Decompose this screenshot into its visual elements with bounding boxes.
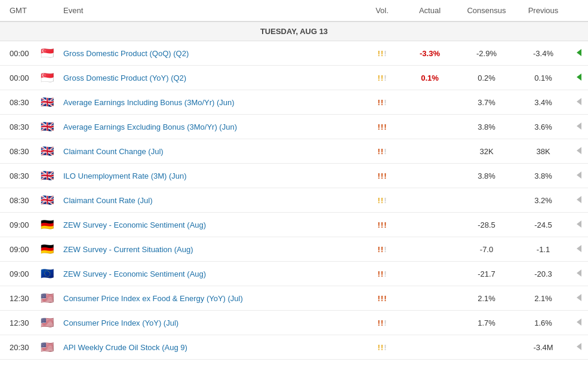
vol-bullet: ! (377, 74, 380, 82)
event-link[interactable]: ZEW Survey - Economic Sentiment (Aug) (63, 220, 206, 229)
vol-bullet: ! (384, 270, 386, 278)
cell-actual (403, 115, 457, 139)
cell-event[interactable]: ZEW Survey - Economic Sentiment (Aug) (59, 262, 361, 286)
cell-actual (403, 90, 457, 115)
cell-flag: 🇸🇬 (36, 66, 59, 90)
vol-bullet: ! (384, 319, 386, 327)
flag-icon: 🇪🇺 (41, 268, 54, 280)
cell-event[interactable]: Consumer Price Index (YoY) (Jul) (59, 311, 361, 335)
vol-bullet: ! (377, 148, 380, 155)
arrow-gray-icon (577, 269, 581, 277)
event-link[interactable]: Claimant Count Rate (Jul) (63, 196, 153, 205)
cell-actual (403, 237, 457, 262)
cell-actual: -3.3% (403, 41, 457, 66)
event-link[interactable]: ILO Unemployment Rate (3M) (Jun) (63, 171, 187, 180)
vol-icon: !!! (377, 50, 386, 57)
cell-event[interactable]: Consumer Price Index ex Food & Energy (Y… (59, 286, 361, 311)
vol-bullet: ! (377, 172, 380, 180)
table-row: 20:30🇺🇸API Weekly Crude Oil Stock (Aug 9… (0, 335, 588, 360)
cell-vol: !!! (361, 90, 403, 115)
vol-bullet: ! (381, 74, 383, 82)
cell-vol: !!! (361, 335, 403, 360)
col-header-gmt: GMT (0, 0, 36, 22)
cell-gmt: 20:30 (0, 335, 36, 360)
vol-icon: !!! (377, 295, 386, 302)
cell-previous: 38K (516, 139, 570, 164)
event-link[interactable]: Consumer Price Index (YoY) (Jul) (63, 318, 178, 327)
col-header-actual: Actual (403, 0, 457, 22)
arrow-green-icon (577, 49, 581, 56)
cell-consensus: -2.9% (457, 41, 516, 66)
flag-icon: 🇸🇬 (41, 47, 54, 59)
cell-actual (403, 286, 457, 311)
arrow-gray-icon (577, 343, 581, 350)
vol-bullet: ! (377, 123, 380, 131)
vol-bullet: ! (377, 99, 380, 106)
cell-consensus: -7.0 (457, 237, 516, 262)
cell-flag: 🇬🇧 (36, 115, 59, 139)
vol-icon: !!! (377, 99, 386, 106)
event-link[interactable]: Average Earnings Excluding Bonus (3Mo/Yr… (63, 122, 237, 131)
cell-previous: -3.4M (516, 335, 570, 360)
cell-consensus (457, 188, 516, 213)
cell-event[interactable]: Gross Domestic Product (YoY) (Q2) (59, 66, 361, 90)
cell-gmt: 08:30 (0, 164, 36, 188)
table-row: 09:00🇩🇪ZEW Survey - Current Situation (A… (0, 237, 588, 262)
vol-bullet: ! (381, 99, 383, 106)
cell-consensus: 1.7% (457, 311, 516, 335)
cell-gmt: 12:30 (0, 311, 36, 335)
col-header-vol: Vol. (361, 0, 403, 22)
cell-previous: -1.1 (516, 237, 570, 262)
arrow-gray-icon (577, 171, 581, 179)
cell-consensus: 3.7% (457, 90, 516, 115)
event-link[interactable]: Gross Domestic Product (YoY) (Q2) (63, 73, 186, 82)
event-link[interactable]: Claimant Count Change (Jul) (63, 147, 164, 156)
vol-bullet: ! (384, 295, 386, 302)
col-header-arrow (570, 0, 588, 22)
cell-vol: !!! (361, 286, 403, 311)
cell-previous: 3.4% (516, 90, 570, 115)
cell-event[interactable]: Claimant Count Rate (Jul) (59, 188, 361, 213)
vol-bullet: ! (381, 246, 383, 253)
cell-gmt: 00:00 (0, 66, 36, 90)
cell-vol: !!! (361, 213, 403, 237)
cell-previous: -24.5 (516, 213, 570, 237)
table-row: 08:30🇬🇧ILO Unemployment Rate (3M) (Jun)!… (0, 164, 588, 188)
cell-arrow (570, 262, 588, 286)
event-link[interactable]: Consumer Price Index ex Food & Energy (Y… (63, 294, 243, 303)
cell-event[interactable]: Claimant Count Change (Jul) (59, 139, 361, 164)
arrow-gray-icon (577, 147, 581, 154)
cell-event[interactable]: Gross Domestic Product (QoQ) (Q2) (59, 41, 361, 66)
event-link[interactable]: Average Earnings Including Bonus (3Mo/Yr… (63, 98, 235, 107)
vol-icon: !!! (377, 123, 386, 131)
table-row: 08:30🇬🇧Average Earnings Including Bonus … (0, 90, 588, 115)
event-link[interactable]: Gross Domestic Product (QoQ) (Q2) (63, 49, 189, 58)
cell-event[interactable]: Average Earnings Excluding Bonus (3Mo/Yr… (59, 115, 361, 139)
vol-bullet: ! (381, 123, 383, 131)
cell-event[interactable]: Average Earnings Including Bonus (3Mo/Yr… (59, 90, 361, 115)
cell-vol: !!! (361, 311, 403, 335)
vol-bullet: ! (377, 344, 380, 351)
cell-event[interactable]: ILO Unemployment Rate (3M) (Jun) (59, 164, 361, 188)
table-row: 08:30🇬🇧Average Earnings Excluding Bonus … (0, 115, 588, 139)
col-header-previous: Previous (516, 0, 570, 22)
flag-icon: 🇩🇪 (41, 243, 54, 255)
cell-gmt: 09:00 (0, 213, 36, 237)
arrow-gray-icon (577, 245, 581, 252)
cell-arrow (570, 213, 588, 237)
cell-event[interactable]: ZEW Survey - Economic Sentiment (Aug) (59, 213, 361, 237)
cell-previous: -3.4% (516, 41, 570, 66)
table-row: 12:30🇺🇸Consumer Price Index ex Food & En… (0, 286, 588, 311)
vol-bullet: ! (377, 50, 380, 57)
cell-event[interactable]: API Weekly Crude Oil Stock (Aug 9) (59, 335, 361, 360)
table-row: 12:30🇺🇸Consumer Price Index (YoY) (Jul)!… (0, 311, 588, 335)
cell-previous: 0.1% (516, 66, 570, 90)
arrow-gray-icon (577, 294, 581, 301)
event-link[interactable]: ZEW Survey - Economic Sentiment (Aug) (63, 269, 206, 278)
cell-event[interactable]: ZEW Survey - Current Situation (Aug) (59, 237, 361, 262)
event-link[interactable]: API Weekly Crude Oil Stock (Aug 9) (63, 343, 187, 352)
vol-icon: !!! (377, 197, 386, 204)
vol-bullet: ! (381, 319, 383, 327)
event-link[interactable]: ZEW Survey - Current Situation (Aug) (63, 245, 193, 254)
vol-bullet: ! (381, 295, 383, 302)
